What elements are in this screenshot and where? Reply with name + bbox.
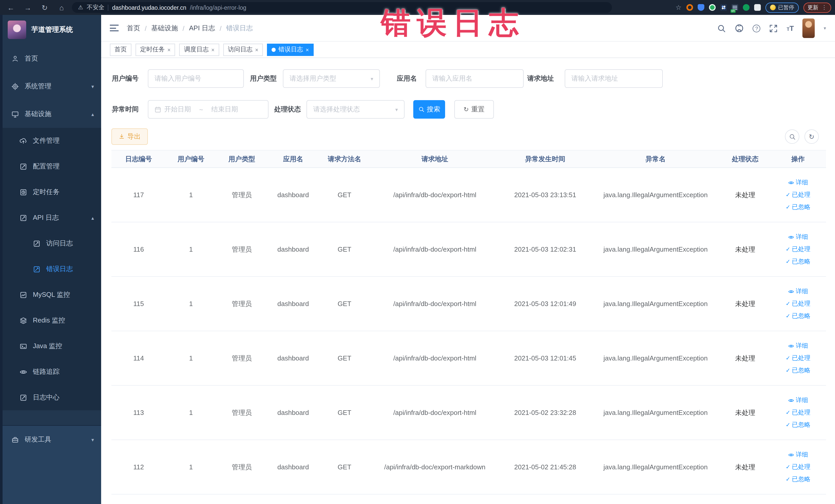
tab-schedule-log[interactable]: 调度日志×	[179, 43, 219, 56]
table-row[interactable]: 114 1 管理员 dashboard GET /api/infra/db-do…	[111, 331, 826, 386]
export-button[interactable]: 导出	[111, 128, 148, 145]
sidebar-item-config-mgmt[interactable]: 配置管理	[0, 154, 101, 179]
mark-processed-link[interactable]: ✓已处理	[786, 463, 810, 471]
reset-button[interactable]: ↻ 重置	[454, 100, 494, 119]
mark-ignored-link[interactable]: ✓已忽略	[786, 203, 810, 211]
detail-link[interactable]: 详细	[788, 287, 808, 296]
extension-donut-icon[interactable]	[686, 4, 693, 11]
detail-link[interactable]: 详细	[788, 233, 808, 241]
extension-shield-icon[interactable]	[697, 4, 704, 11]
browser-menu-icon[interactable]: ⋮	[821, 4, 827, 11]
breadcrumb-api-log[interactable]: API 日志	[189, 24, 215, 33]
mark-processed-link[interactable]: ✓已处理	[786, 190, 810, 199]
close-icon[interactable]: ×	[167, 46, 171, 53]
sidebar-item-java-monitor[interactable]: Java 监控	[0, 333, 101, 359]
tab-scheduled-jobs[interactable]: 定时任务×	[136, 43, 175, 56]
help-icon[interactable]: ?	[753, 24, 760, 32]
table-row[interactable]: 115 1 管理员 dashboard GET /api/infra/db-do…	[111, 277, 826, 331]
emoji-icon	[770, 5, 775, 10]
sidebar-item-mysql-monitor[interactable]: MySQL 监控	[0, 282, 101, 308]
close-icon[interactable]: ×	[211, 46, 215, 53]
close-icon[interactable]: ×	[306, 46, 309, 53]
check-icon: ✓	[786, 422, 790, 428]
address-bar[interactable]: ⚠ 不安全 dashboard.yudao.iocoder.cn/infra/l…	[72, 2, 612, 13]
search-button[interactable]: 搜索	[413, 100, 445, 119]
process-status-select[interactable]: 请选择处理状态▾	[306, 100, 405, 119]
row-actions: 详细 ✓已处理 ✓已忽略	[770, 341, 826, 375]
extension-switch-icon[interactable]: on	[731, 4, 738, 11]
sidebar-item-infra[interactable]: 基础设施 ▴	[0, 100, 101, 128]
breadcrumb-infra[interactable]: 基础设施	[151, 24, 178, 33]
extension-leaf-icon[interactable]	[742, 4, 749, 11]
bookmark-star-icon[interactable]: ☆	[676, 4, 681, 11]
extension-green-icon[interactable]	[709, 4, 715, 11]
user-id-input[interactable]: 请输入用户编号	[148, 69, 244, 88]
table-row[interactable]: 116 1 管理员 dashboard GET /api/infra/db-do…	[111, 222, 826, 277]
detail-link[interactable]: 详细	[788, 450, 808, 459]
detail-link[interactable]: 详细	[788, 396, 808, 405]
avatar[interactable]	[803, 19, 815, 38]
font-size-icon[interactable]: TT	[787, 24, 794, 32]
app-logo	[8, 21, 26, 39]
security-label[interactable]: 不安全	[87, 4, 104, 11]
mark-processed-link[interactable]: ✓已处理	[786, 299, 810, 308]
user-type-select[interactable]: 请选择用户类型▾	[283, 69, 380, 88]
log-icon	[20, 394, 27, 401]
sidebar-item-api-log[interactable]: API 日志 ▴	[0, 205, 101, 230]
reload-icon[interactable]: ↻	[39, 3, 51, 12]
mark-ignored-link[interactable]: ✓已忽略	[786, 257, 810, 266]
sidebar-item-system[interactable]: 系统管理 ▾	[0, 73, 101, 100]
detail-link[interactable]: 详细	[788, 341, 808, 350]
sidebar-item-home[interactable]: 首页	[0, 45, 101, 73]
refresh-table-button[interactable]: ↻	[805, 129, 819, 144]
hamburger-icon[interactable]	[110, 25, 119, 32]
mark-processed-link[interactable]: ✓已处理	[786, 408, 810, 417]
mark-ignored-link[interactable]: ✓已忽略	[786, 475, 810, 484]
mark-ignored-link[interactable]: ✓已忽略	[786, 366, 810, 375]
app-name-input[interactable]: 请输入应用名	[426, 69, 524, 88]
eye-icon	[788, 343, 794, 349]
tab-access-log[interactable]: 访问日志×	[223, 43, 263, 56]
chevron-down-icon: ▾	[371, 76, 373, 81]
sidebar-item-scheduled-jobs[interactable]: 定时任务	[0, 179, 101, 205]
github-icon[interactable]	[735, 24, 744, 33]
sidebar-item-dev-tools[interactable]: 研发工具 ▾	[0, 426, 101, 453]
check-icon: ✓	[786, 246, 790, 253]
extension-grid-icon[interactable]	[720, 4, 727, 11]
request-url-input[interactable]: 请输入请求地址	[565, 69, 663, 88]
chevron-down-icon[interactable]: ▾	[824, 26, 826, 31]
breadcrumb-home[interactable]: 首页	[127, 24, 140, 33]
tab-error-log[interactable]: 错误日志×	[267, 43, 314, 56]
toggle-search-button[interactable]	[785, 129, 799, 144]
browser-update-button[interactable]: 更新 ⋮	[803, 2, 831, 13]
mark-processed-link[interactable]: ✓已处理	[786, 245, 810, 254]
fullscreen-icon[interactable]	[769, 24, 778, 33]
sidebar-item-log-center[interactable]: 日志中心	[0, 385, 101, 410]
sidebar-item-tracing[interactable]: 链路追踪	[0, 359, 101, 385]
tab-home[interactable]: 首页	[110, 43, 131, 56]
table-row[interactable]: 113 1 管理员 dashboard GET /api/infra/db-do…	[111, 386, 826, 440]
sidebar-item-redis-monitor[interactable]: Redis 监控	[0, 308, 101, 333]
app-logo-row[interactable]: 芋道管理系统	[0, 15, 101, 45]
forward-icon[interactable]: →	[22, 3, 34, 12]
security-warning-icon[interactable]: ⚠	[78, 4, 83, 11]
table-row[interactable]: 117 1 管理员 dashboard GET /api/infra/db-do…	[111, 168, 826, 222]
mark-ignored-link[interactable]: ✓已忽略	[786, 312, 810, 320]
table-row[interactable]: 112 1 管理员 dashboard GET /api/infra/db-do…	[111, 440, 826, 495]
close-icon[interactable]: ×	[255, 46, 259, 53]
mark-processed-link[interactable]: ✓已处理	[786, 354, 810, 363]
header-actions: ? TT ▾	[717, 15, 826, 42]
sidebar-item-access-log[interactable]: 访问日志	[0, 230, 101, 256]
home-icon[interactable]: ⌂	[56, 3, 68, 12]
exception-time-range-picker[interactable]: 开始日期 ~ 结束日期	[148, 100, 268, 119]
detail-link[interactable]: 详细	[788, 178, 808, 187]
sidebar-item-error-log[interactable]: 错误日志	[0, 256, 101, 282]
annotation-overlay-text: 错误日志	[381, 3, 525, 43]
back-icon[interactable]: ←	[5, 3, 17, 12]
paused-badge[interactable]: 已暂停	[765, 2, 799, 13]
search-icon[interactable]	[717, 24, 726, 33]
extensions-puzzle-icon[interactable]	[754, 4, 760, 11]
layers-icon	[20, 317, 27, 324]
mark-ignored-link[interactable]: ✓已忽略	[786, 421, 810, 429]
sidebar-item-file-mgmt[interactable]: 文件管理	[0, 128, 101, 154]
